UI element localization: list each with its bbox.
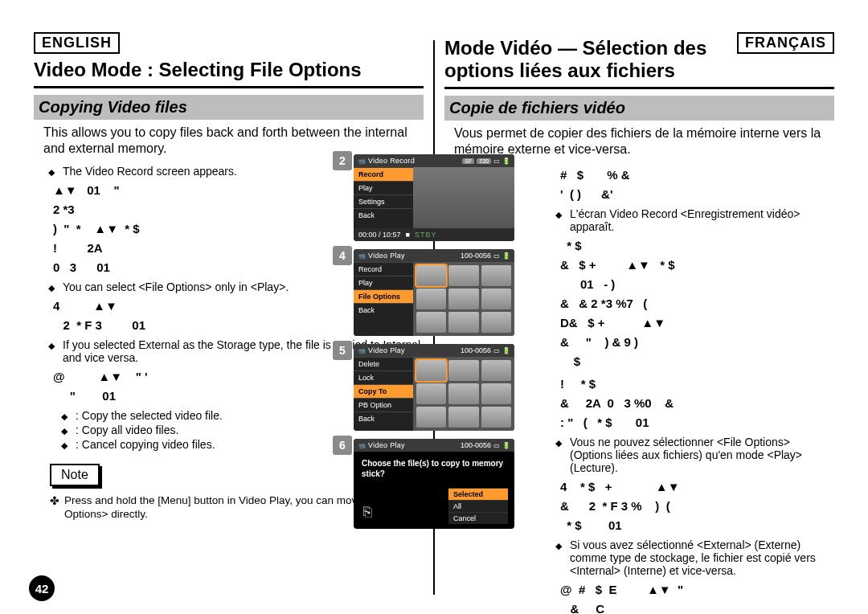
menu-item[interactable]: Settings xyxy=(354,194,413,208)
thumbnail[interactable] xyxy=(481,360,511,381)
bullet-fr-3: Si vous avez sélectionné <External> (Ext… xyxy=(570,538,834,577)
thumbnail-grid xyxy=(413,262,514,336)
intro-para-fr: Vous permet de copier des fichiers de la… xyxy=(454,125,831,158)
menu-item[interactable]: Play xyxy=(354,181,413,194)
time-counter: 00:00 / 10:57 xyxy=(358,231,401,239)
step-badge-6: 6 xyxy=(333,436,352,455)
thumbnail[interactable] xyxy=(481,289,511,309)
menu-item[interactable]: Lock xyxy=(354,370,413,384)
lcd-title: Video Record xyxy=(368,157,460,165)
card-icon: ▭ xyxy=(493,252,500,260)
thumbnail[interactable] xyxy=(448,289,478,309)
step7-fr: @ # $ E ▲▼ " & C ) * $ 01 xyxy=(560,580,831,614)
card-icon: ▭ xyxy=(493,442,500,449)
bullet-fr-2: Vous ne pouvez sélectionner <File Option… xyxy=(570,436,834,474)
lang-badge-french: FRANÇAIS xyxy=(737,32,834,54)
lcd-title: Video Play xyxy=(368,441,458,449)
step-badge-4: 4 xyxy=(333,246,352,265)
card-icon: ▭ xyxy=(493,347,500,354)
folder-label: 100-0056 xyxy=(461,252,491,260)
copy-icon: ⎘ xyxy=(363,504,372,521)
battery-icon: 🔋 xyxy=(502,442,510,449)
section-heading-en: Copying Video files xyxy=(34,95,424,120)
page-number: 42 xyxy=(29,575,55,601)
menu-item[interactable]: PB Option xyxy=(354,398,413,411)
thumbnail[interactable] xyxy=(448,312,478,333)
thumbnail[interactable] xyxy=(416,383,446,404)
thumbnail[interactable] xyxy=(448,360,478,381)
lcd-menu-5: Delete Lock Copy To PB Option Back xyxy=(354,357,413,431)
menu-item[interactable]: Record xyxy=(354,167,413,181)
screenshot-2: 2 📹 Video Record SF 720 ▭ 🔋 Record Play … xyxy=(336,154,516,241)
thumbnail[interactable] xyxy=(481,383,511,404)
thumbnail[interactable] xyxy=(481,265,511,286)
thumbnail-grid xyxy=(413,357,514,431)
dialog-options: Selected All Cancel xyxy=(448,488,508,524)
section-heading-fr: Copie de fichiers vidéo xyxy=(444,96,834,121)
thumbnail[interactable] xyxy=(416,360,446,381)
camera-icon: 📹 xyxy=(358,252,366,260)
bullet-fr-1: L'écran Video Record <Enregistrement vid… xyxy=(570,207,834,233)
folder-label: 100-0056 xyxy=(461,346,491,354)
menu-item[interactable]: Back xyxy=(354,411,413,425)
stby-label: STBY xyxy=(415,231,437,239)
step5-fr: ! * $ & 2A 0 3 %0 & : " ( * $ 01 xyxy=(560,375,831,432)
thumbnail[interactable] xyxy=(448,265,478,286)
lang-badge-english: ENGLISH xyxy=(34,32,120,54)
screenshots-column: 2 📹 Video Record SF 720 ▭ 🔋 Record Play … xyxy=(336,154,516,537)
step3-fr: * $ & $ + ▲▼ * $ 01 - ) & & 2 *3 %7 ( D&… xyxy=(560,236,831,371)
lcd-menu-2: Record Play Settings Back xyxy=(354,167,413,228)
dialog-option[interactable]: Cancel xyxy=(448,512,508,524)
thumbnail[interactable] xyxy=(481,312,511,333)
screenshot-6: 6 📹 Video Play 100-0056 ▭ 🔋 Choose the f… xyxy=(336,439,516,529)
size-badge: 720 xyxy=(477,158,491,164)
thumbnail[interactable] xyxy=(416,265,446,286)
menu-item[interactable]: Copy To xyxy=(354,384,413,398)
quality-badge: SF xyxy=(462,158,474,164)
screenshot-4: 4 📹 Video Play 100-0056 ▭ 🔋 Record Play … xyxy=(336,249,516,336)
thumbnail[interactable] xyxy=(448,407,478,428)
screenshot-5: 5 📹 Video Play 100-0056 ▭ 🔋 Delete Lock … xyxy=(336,344,516,431)
dialog-text: Choose the file(s) to copy to memory sti… xyxy=(354,452,514,482)
lcd-title: Video Play xyxy=(368,346,458,354)
folder-label: 100-0056 xyxy=(461,441,491,449)
title-english: Video Mode : Selecting File Options xyxy=(34,55,424,88)
camera-icon: 📹 xyxy=(358,347,366,354)
record-preview xyxy=(413,167,514,228)
menu-item[interactable]: Back xyxy=(354,208,413,222)
lcd-menu-4: Record Play File Options Back xyxy=(354,262,413,336)
menu-item[interactable]: File Options xyxy=(354,289,413,303)
menu-item[interactable]: Back xyxy=(354,303,413,317)
dialog-option[interactable]: All xyxy=(448,500,508,512)
note-label-en: Note xyxy=(50,464,100,486)
intro-para-en: This allows you to copy files back and f… xyxy=(43,125,420,157)
camera-icon: 📹 xyxy=(358,158,366,165)
thumbnail[interactable] xyxy=(416,407,446,428)
camera-icon: 📹 xyxy=(358,442,366,449)
battery-icon: 🔋 xyxy=(502,347,510,354)
menu-item[interactable]: Record xyxy=(354,262,413,276)
battery-icon: 🔋 xyxy=(502,252,510,260)
step2-fr: # $ % & ' ( ) &' xyxy=(560,166,831,204)
lcd-title: Video Play xyxy=(368,252,458,260)
step-badge-2: 2 xyxy=(333,151,352,170)
battery-icon: 🔋 xyxy=(502,158,510,165)
step-badge-5: 5 xyxy=(333,341,352,360)
thumbnail[interactable] xyxy=(481,407,511,428)
menu-item[interactable]: Play xyxy=(354,276,413,289)
card-icon: ▭ xyxy=(493,158,500,165)
step6-fr: 4 * $ + ▲▼ & 2 * F 3 % ) ( * $ 01 xyxy=(560,477,831,535)
menu-item[interactable]: Delete xyxy=(354,357,413,370)
thumbnail[interactable] xyxy=(448,383,478,404)
thumbnail[interactable] xyxy=(416,289,446,309)
dialog-option[interactable]: Selected xyxy=(448,488,508,500)
thumbnail[interactable] xyxy=(416,312,446,333)
